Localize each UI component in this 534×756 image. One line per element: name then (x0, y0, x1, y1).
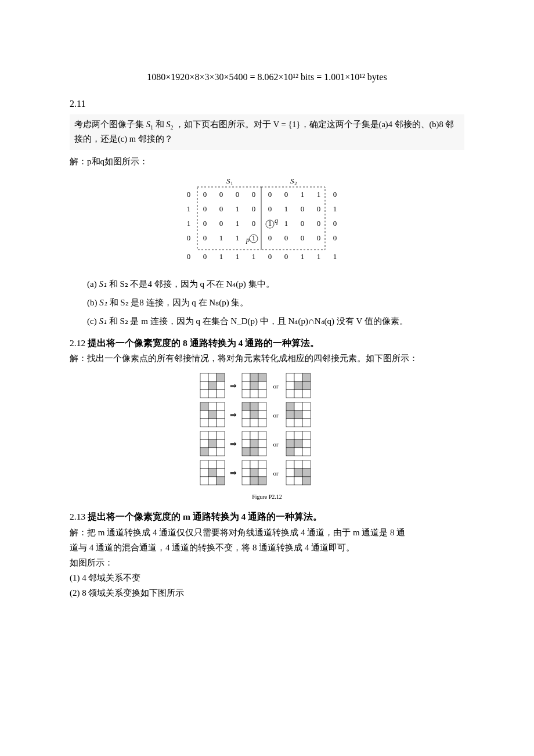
svg-rect-151 (208, 469, 217, 477)
svg-rect-155 (217, 477, 225, 485)
svg-rect-147 (200, 460, 208, 469)
problem-text-c: ，如下页右图所示。对于 V = {1}，确定这两个子集是(a)4 邻接的、(b)… (175, 120, 454, 129)
svg-rect-168 (294, 460, 302, 469)
svg-rect-82 (302, 373, 311, 381)
solution-2-13-item2: (2) 8 领域关系变换如下图所示 (70, 586, 464, 600)
svg-rect-175 (302, 477, 311, 485)
svg-rect-90 (208, 402, 217, 411)
svg-text:0: 0 (219, 204, 223, 213)
svg-rect-141 (286, 440, 294, 448)
s1-sub: 1 (150, 124, 153, 131)
svg-rect-133 (258, 440, 266, 448)
solution-2-13-line1: 解：把 m 通道转换成 4 通道仅仅只需要将对角线通道转换成 4 通道，由于 m… (70, 525, 464, 539)
svg-rect-132 (250, 440, 258, 448)
svg-text:0: 0 (301, 204, 305, 213)
svg-rect-92 (200, 411, 208, 419)
svg-text:0: 0 (317, 204, 321, 213)
svg-text:S: S (290, 177, 294, 185)
matrix-svg: S1 S2 0000000110100100100110010110000011… (180, 177, 354, 267)
svg-rect-158 (250, 460, 258, 469)
svg-text:1: 1 (333, 204, 337, 213)
ans-c-text: 和 S₂ 是 m 连接，因为 q 在集合 N_D(p) 中，且 N₄(p)∩N₄… (109, 316, 408, 326)
ans-a-text: 和 S₂ 不是4 邻接，因为 q 不在 N₄(p) 集中。 (109, 279, 275, 289)
svg-rect-77 (250, 390, 258, 398)
svg-rect-152 (217, 469, 225, 477)
svg-text:0: 0 (333, 233, 337, 242)
svg-text:0: 0 (203, 233, 207, 242)
svg-text:0: 0 (187, 190, 191, 199)
svg-rect-143 (302, 440, 311, 448)
svg-rect-76 (242, 390, 250, 398)
svg-text:0: 0 (219, 190, 223, 199)
svg-rect-94 (217, 411, 225, 419)
svg-rect-112 (286, 411, 294, 419)
svg-rect-153 (200, 477, 208, 485)
svg-rect-61 (208, 373, 217, 381)
svg-rect-139 (294, 431, 302, 440)
svg-rect-160 (242, 469, 250, 477)
figure-p2-12-svg: ⇒or⇒or⇒or⇒or (194, 371, 340, 487)
svg-text:1: 1 (284, 204, 288, 213)
figure-p2-12: ⇒or⇒or⇒or⇒or Figure P2.12 (70, 371, 464, 502)
svg-text:or: or (273, 383, 279, 390)
svg-text:0: 0 (203, 252, 207, 261)
svg-rect-103 (250, 411, 258, 419)
svg-rect-71 (250, 373, 258, 381)
svg-rect-80 (286, 373, 294, 381)
svg-rect-83 (286, 381, 294, 390)
svg-rect-64 (208, 381, 217, 390)
svg-text:0: 0 (284, 190, 288, 199)
svg-text:p: p (246, 236, 250, 244)
svg-text:⇒: ⇒ (230, 469, 237, 477)
svg-text:0: 0 (252, 190, 256, 199)
ans-a-s1: S₁ (99, 279, 107, 289)
svg-text:or: or (273, 441, 279, 448)
svg-text:0: 0 (252, 219, 256, 228)
svg-text:0: 0 (268, 252, 272, 261)
svg-rect-162 (258, 469, 266, 477)
svg-rect-146 (302, 448, 311, 456)
svg-rect-126 (217, 448, 225, 456)
svg-rect-142 (294, 440, 302, 448)
svg-rect-135 (250, 448, 258, 456)
svg-text:0: 0 (317, 233, 321, 242)
svg-rect-111 (302, 402, 311, 411)
svg-text:or: or (273, 470, 279, 477)
svg-rect-81 (294, 373, 302, 381)
s2-sub: 2 (170, 124, 173, 131)
svg-rect-72 (258, 373, 266, 381)
svg-text:q: q (275, 217, 278, 225)
svg-rect-174 (294, 477, 302, 485)
ans-b-text: 和 S₂ 是8 连接，因为 q 在 N₈(p) 集。 (110, 298, 249, 307)
svg-rect-164 (250, 477, 258, 485)
svg-rect-145 (294, 448, 302, 456)
svg-text:0: 0 (284, 233, 288, 242)
svg-rect-93 (208, 411, 217, 419)
svg-rect-106 (250, 419, 258, 427)
svg-rect-116 (294, 419, 302, 427)
svg-text:0: 0 (301, 233, 305, 242)
svg-rect-161 (250, 469, 258, 477)
section-2-12-num: 2.12 (70, 338, 85, 348)
svg-rect-134 (242, 448, 250, 456)
ans-a-pre: (a) (87, 279, 99, 289)
section-2-13-title: 提出将一个像素宽度的 m 通路转换为 4 通路的一种算法。 (88, 512, 322, 521)
svg-rect-114 (302, 411, 311, 419)
svg-text:0: 0 (187, 233, 191, 242)
matrix-figure-2-11: S1 S2 0000000110100100100110010110000011… (70, 177, 464, 267)
svg-rect-163 (242, 477, 250, 485)
section-2-12-heading: 2.12 提出将一个像素宽度的 8 通路转换为 4 通路的一种算法。 (70, 336, 464, 351)
svg-text:0: 0 (187, 252, 191, 261)
svg-rect-171 (294, 469, 302, 477)
svg-text:1: 1 (219, 233, 223, 242)
svg-text:⇒: ⇒ (230, 440, 237, 448)
svg-rect-89 (200, 402, 208, 411)
ans-c-s1: S₁ (99, 316, 107, 326)
svg-text:1: 1 (317, 252, 321, 261)
svg-rect-87 (294, 390, 302, 398)
svg-rect-148 (208, 460, 217, 469)
svg-rect-91 (217, 402, 225, 411)
svg-text:0: 0 (203, 204, 207, 213)
section-2-11-number: 2.11 (70, 96, 464, 111)
solution-2-12: 解：找出一个像素点的所有邻接情况，将对角元素转化成相应的四邻接元素。如下图所示： (70, 351, 464, 365)
